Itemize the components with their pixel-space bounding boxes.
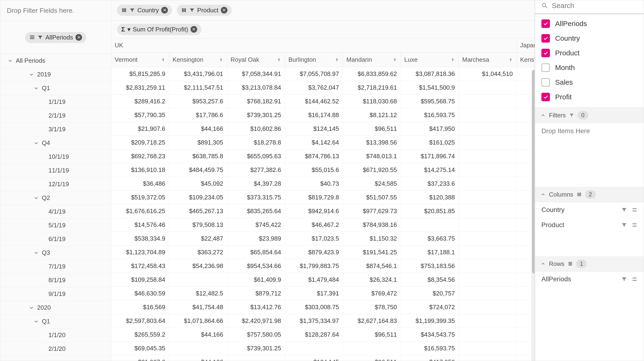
tree-row[interactable]: 6/1/19 [0,232,111,246]
data-cell[interactable] [343,341,401,355]
data-cell[interactable] [459,81,517,94]
tree-row[interactable]: 4/1/19 [0,205,111,219]
data-cell[interactable]: $519,372.05 [111,191,169,204]
data-cell[interactable]: $118,030.68 [343,95,401,108]
tree-row[interactable]: 1/1/20 [0,328,111,342]
data-cell[interactable]: $109,234.05 [169,191,227,204]
data-cell[interactable]: $942,914.6 [285,204,343,218]
product-header[interactable]: Kensington [169,53,227,67]
data-cell[interactable]: $784,938.16 [343,218,401,232]
data-cell[interactable] [459,328,517,341]
data-cell[interactable]: $24,585 [343,177,401,190]
sort-asc-icon[interactable] [276,57,282,62]
data-cell[interactable]: $136,910.18 [111,163,169,177]
data-cell[interactable] [401,218,459,232]
data-cell[interactable]: $1,150.32 [343,232,401,245]
columns-section-header[interactable]: Columns 2 [535,187,644,202]
tree-row[interactable]: 2019 [0,68,111,81]
data-cell[interactable]: $3,087,818.36 [401,67,459,81]
data-cell[interactable]: $8,354.56 [401,273,459,286]
drag-handle-icon[interactable] [632,222,638,228]
data-cell[interactable]: $44,166 [169,328,227,341]
data-cell[interactable] [459,95,517,108]
data-cell[interactable]: $79,508.13 [169,218,227,232]
data-cell[interactable]: $128,287.64 [285,328,343,341]
data-cell[interactable]: $54,236.98 [169,259,227,273]
data-cell[interactable]: $363,272 [169,246,227,259]
remove-chip-icon[interactable]: ✕ [161,7,168,14]
data-cell[interactable]: $18,278.8 [227,136,285,149]
data-cell[interactable]: $10,602.86 [227,122,285,136]
tree-row[interactable]: Q3 [0,246,111,260]
tree-row[interactable]: 5/1/19 [0,219,111,232]
tree-row[interactable]: 10/1/19 [0,150,111,164]
data-cell[interactable]: $724,072 [401,300,459,314]
filter-icon[interactable] [621,222,627,228]
data-cell[interactable]: $2,420,971.98 [227,314,285,328]
chevron-down-icon[interactable] [28,305,34,311]
data-cell[interactable]: $277,382.6 [227,163,285,177]
data-cell[interactable]: $78,750 [343,300,401,314]
data-cell[interactable]: $46,467.2 [285,218,343,232]
data-cell[interactable]: $2,831,259.11 [111,81,169,94]
data-cell[interactable]: $3,213,078.84 [227,81,285,94]
data-cell[interactable]: $1,071,864.66 [169,314,227,328]
data-cell[interactable]: $16,593.75 [401,108,459,122]
data-cell[interactable]: $874,786.13 [285,150,343,163]
tree-row[interactable]: Q1 [0,81,111,95]
data-cell[interactable]: $977,629.73 [343,204,401,218]
data-cell[interactable]: $417,950 [401,122,459,136]
data-cell[interactable]: $124,145 [285,122,343,136]
data-cell[interactable] [285,341,343,355]
data-cell[interactable]: $109,258.84 [111,273,169,286]
data-cell[interactable]: $96,511 [343,328,401,341]
data-cell[interactable] [459,108,517,122]
data-cell[interactable]: $954,534.66 [227,259,285,273]
data-cell[interactable]: $13,398.56 [343,136,401,149]
data-cell[interactable]: $45,092 [169,177,227,190]
data-cell[interactable]: $1,676,616.25 [111,204,169,218]
filter-icon[interactable] [621,276,627,282]
data-cell[interactable]: $37,233.6 [401,177,459,190]
chevron-down-icon[interactable] [28,72,34,77]
data-cell[interactable]: $172,458.43 [111,259,169,273]
data-cell[interactable]: $2,627,164.83 [343,314,401,328]
tree-row[interactable]: 3/1/19 [0,123,111,136]
data-cell[interactable]: $1,199,399.35 [401,314,459,328]
tree-row[interactable]: Q1 [0,315,111,328]
row-pivot-chip[interactable]: AllPeriods ✕ [25,32,86,43]
data-cell[interactable]: $20,757 [401,287,459,300]
data-cell[interactable]: $65,854.64 [227,246,285,259]
vertical-scrollbar[interactable] [532,70,534,361]
data-cell[interactable]: $120,388 [401,191,459,204]
data-cell[interactable]: $303,008.75 [285,300,343,314]
data-cell[interactable]: $51,507.55 [343,191,401,204]
section-item[interactable]: Country [535,202,644,217]
data-cell[interactable] [459,122,517,136]
product-header[interactable]: Marchesa [459,53,517,67]
data-cell[interactable]: $2,718,219.61 [343,81,401,94]
data-cell[interactable]: $1,044,510 [459,67,517,81]
data-cell[interactable]: $12,482.5 [169,287,227,300]
data-cell[interactable]: $7,058,344.91 [227,67,285,81]
data-cell[interactable]: $739,301.25 [227,108,285,122]
data-cell[interactable]: $40.73 [285,177,343,190]
data-cell[interactable]: $161,025 [401,136,459,149]
data-cell[interactable] [459,259,517,273]
data-cell[interactable] [459,341,517,355]
data-cell[interactable]: $3,762,047 [285,81,343,94]
data-cell[interactable]: $745,422 [227,218,285,232]
data-cell[interactable]: $61,409.9 [227,273,285,286]
tree-row[interactable]: 1/1/19 [0,95,111,109]
data-cell[interactable]: $4,142.64 [285,136,343,149]
product-header[interactable]: Vermont [111,53,169,67]
tree-row[interactable]: 11/1/19 [0,164,111,177]
data-cell[interactable]: $8,121.12 [343,108,401,122]
data-cell[interactable]: $16,569 [111,300,169,314]
data-cell[interactable]: $36,486 [111,177,169,190]
checkbox[interactable] [542,93,550,101]
data-cell[interactable]: $484,459.75 [169,163,227,177]
data-cell[interactable]: $2,597,803.64 [111,314,169,328]
data-cell[interactable]: $819,729.8 [285,191,343,204]
data-cell[interactable] [169,273,227,286]
